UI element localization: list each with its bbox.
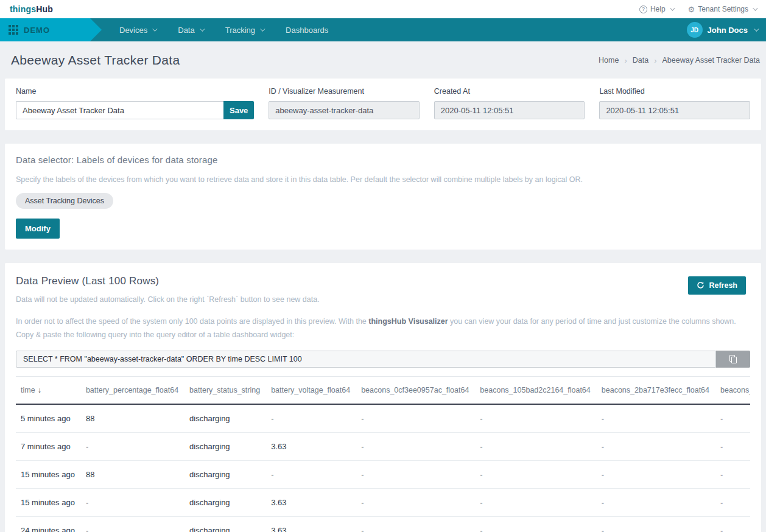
table-cell: - (720, 460, 750, 488)
column-header-beacons_331786406590_float64[interactable]: beacons_331786406590_float64 (720, 376, 750, 404)
table-cell: 3.63 (271, 488, 361, 516)
table-cell: - (602, 488, 720, 516)
table-cell: 3.63 (271, 432, 361, 460)
tenant-name: DEMO (24, 26, 50, 35)
table-row: 15 minutes ago-discharging3.63----- (16, 488, 750, 516)
data-selector-description: Specify the labels of the devices from w… (16, 173, 750, 187)
main-navbar: DEMO DevicesDataTrackingDashboards JD Jo… (0, 18, 766, 41)
table-cell: - (720, 432, 750, 460)
thingshub-logo[interactable]: thingsHub (10, 4, 53, 14)
sql-query-box[interactable]: SELECT * FROM "abeeway-asset-tracker-dat… (16, 351, 716, 368)
note2-pre: In order not to affect the speed of the … (16, 317, 368, 326)
column-header-label: battery_percentage_float64 (86, 386, 178, 394)
copy-query-button[interactable] (716, 351, 750, 368)
table-cell: - (86, 516, 189, 532)
nav-item-label: Data (178, 26, 194, 35)
chevron-down-icon (152, 26, 157, 31)
table-row: 24 minutes ago-discharging3.63----- (16, 516, 750, 532)
preview-note-1: Data will not be updated automatically. … (16, 293, 750, 307)
nav-items: DevicesDataTrackingDashboards (119, 26, 328, 35)
device-label-chips: Asset Tracking Devices (16, 193, 750, 209)
table-cell: - (86, 488, 189, 516)
table-cell: 15 minutes ago (16, 460, 86, 488)
save-button[interactable]: Save (223, 101, 254, 119)
nav-item-label: Tracking (225, 26, 255, 35)
device-label-chip: Asset Tracking Devices (16, 193, 113, 209)
column-header-beacons_0cf3ee0957ac_float64[interactable]: beacons_0cf3ee0957ac_float64 (361, 376, 480, 404)
help-menu[interactable]: ? Help (639, 5, 673, 13)
chevron-down-icon (670, 5, 675, 10)
refresh-icon (697, 281, 705, 289)
column-header-beacons_105bad2c2164_float64[interactable]: beacons_105bad2c2164_float64 (480, 376, 601, 404)
breadcrumb-separator: › (624, 56, 627, 65)
data-selector-title: Data selector: Labels of devices for dat… (16, 155, 750, 165)
sort-descending-icon: ↓ (38, 386, 41, 394)
table-cell: - (271, 404, 361, 433)
table-cell: - (361, 404, 480, 433)
table-body: 5 minutes ago88discharging------7 minute… (16, 404, 750, 532)
nav-item-dashboards[interactable]: Dashboards (286, 26, 328, 35)
data-selector-card: Data selector: Labels of devices for dat… (5, 144, 761, 250)
nav-item-data[interactable]: Data (178, 26, 203, 35)
data-preview-card: Data Preview (Last 100 Rows) Refresh Dat… (5, 263, 761, 532)
id-input (269, 101, 420, 119)
table-row: 15 minutes ago88discharging------ (16, 460, 750, 488)
refresh-label: Refresh (709, 281, 737, 290)
table-cell: 88 (86, 460, 189, 488)
table-cell: discharging (189, 488, 271, 516)
tenant-switcher[interactable]: DEMO (0, 18, 90, 41)
page-header: Abeeway Asset Tracker Data Home›Data›Abe… (0, 41, 766, 79)
column-header-battery_status_string[interactable]: battery_status_string (189, 376, 271, 404)
user-menu[interactable]: JD John Docs (687, 22, 757, 38)
user-name: John Docs (708, 26, 748, 35)
apps-grid-icon (9, 25, 18, 35)
column-header-label: battery_status_string (189, 386, 260, 394)
column-header-battery_voltage_float64[interactable]: battery_voltage_float64 (271, 376, 361, 404)
nav-item-label: Devices (119, 26, 147, 35)
table-cell: - (361, 488, 480, 516)
breadcrumb-item[interactable]: Home (599, 56, 619, 65)
logo-part-hub: Hub (36, 4, 53, 14)
help-icon: ? (639, 5, 647, 13)
name-input[interactable] (16, 101, 223, 119)
nav-item-tracking[interactable]: Tracking (225, 26, 264, 35)
table-row: 7 minutes ago-discharging3.63----- (16, 432, 750, 460)
chevron-down-icon (260, 26, 265, 31)
refresh-button[interactable]: Refresh (688, 276, 746, 295)
data-preview-table-wrap: time↓battery_percentage_float64battery_s… (16, 376, 750, 532)
column-header-beacons_2ba717e3fecc_float64[interactable]: beacons_2ba717e3fecc_float64 (602, 376, 720, 404)
table-cell: - (720, 516, 750, 532)
details-card: Name Save ID / Visualizer Measurement Cr… (5, 79, 761, 130)
name-label: Name (16, 87, 254, 96)
logo-part-things: things (10, 4, 36, 14)
table-cell: 3.63 (271, 516, 361, 532)
gear-icon: ⚙ (688, 5, 695, 13)
column-header-battery_percentage_float64[interactable]: battery_percentage_float64 (86, 376, 189, 404)
chevron-down-icon (200, 26, 205, 31)
preview-note-2: In order not to affect the speed of the … (16, 315, 743, 342)
table-cell: - (602, 432, 720, 460)
table-cell: - (602, 460, 720, 488)
column-header-time[interactable]: time↓ (16, 376, 86, 404)
nav-item-devices[interactable]: Devices (119, 26, 156, 35)
data-preview-table: time↓battery_percentage_float64battery_s… (16, 376, 750, 532)
table-cell: discharging (189, 404, 271, 433)
data-preview-title: Data Preview (Last 100 Rows) (16, 275, 750, 287)
table-cell: - (86, 432, 189, 460)
table-cell: - (720, 404, 750, 433)
last-modified-label: Last Modified (599, 87, 750, 96)
column-header-label: beacons_0cf3ee0957ac_float64 (361, 386, 469, 394)
chevron-down-icon (754, 26, 759, 31)
table-cell: - (480, 404, 601, 433)
column-header-label: beacons_105bad2c2164_float64 (480, 386, 590, 394)
id-label: ID / Visualizer Measurement (269, 87, 420, 96)
topbar: thingsHub ? Help ⚙ Tenant Settings (0, 0, 766, 18)
chevron-down-icon (753, 5, 757, 10)
table-cell: - (720, 488, 750, 516)
breadcrumb-item[interactable]: Data (633, 56, 648, 65)
table-cell: - (480, 432, 601, 460)
modify-button[interactable]: Modify (16, 219, 60, 239)
table-cell: discharging (189, 516, 271, 532)
note2-visualizer: thingsHub Visusalizer (368, 317, 448, 326)
tenant-settings-menu[interactable]: ⚙ Tenant Settings (688, 5, 756, 13)
